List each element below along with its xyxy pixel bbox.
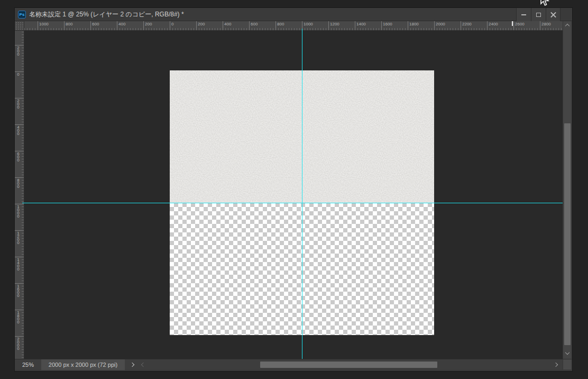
chevron-up-icon	[565, 24, 569, 28]
ruler-major-tick	[64, 21, 65, 30]
ruler-tick-label: 1400	[356, 22, 366, 26]
horizontal-ruler[interactable]: 1000800600400200020040060080010001200140…	[24, 21, 563, 31]
vertical-guide[interactable]	[302, 29, 302, 359]
ruler-major-tick	[90, 21, 91, 30]
window-title: 名称未設定 1 @ 25% (レイヤー 2 のコピー, RGB/8#) *	[29, 8, 184, 21]
maximize-icon	[536, 13, 541, 17]
ruler-tick-label: 800	[66, 22, 72, 26]
ruler-major-tick	[38, 21, 38, 30]
canvas-viewport[interactable]	[24, 31, 563, 359]
ruler-major-tick	[249, 21, 250, 30]
ruler-major-tick	[540, 21, 540, 30]
chevron-right-icon	[554, 363, 558, 367]
document-size-display: 2000 px x 2000 px (72 ppi)	[41, 359, 125, 370]
ruler-tick-label: 1000	[39, 22, 49, 26]
ruler-tick-label: 800	[277, 22, 284, 26]
ruler-origin-corner[interactable]	[15, 21, 24, 31]
ruler-tick-label: 0	[171, 22, 173, 26]
zoom-level-display[interactable]: 25%	[15, 359, 41, 370]
chevron-left-icon	[141, 363, 145, 367]
scroll-right-button[interactable]	[552, 359, 559, 370]
ruler-tick-label: 400	[118, 22, 125, 26]
horizontal-scrollbar-thumb[interactable]	[260, 362, 437, 368]
ruler-major-tick	[223, 21, 223, 30]
ruler-major-tick	[143, 21, 144, 30]
ruler-tick-label: 200	[145, 22, 152, 26]
ruler-tick-label: 6 0 0	[15, 152, 22, 162]
scroll-up-button[interactable]	[563, 23, 572, 29]
scrollbar-corner	[563, 359, 571, 369]
ruler-major-tick	[487, 21, 488, 30]
vertical-scrollbar-thumb[interactable]	[564, 123, 571, 345]
ruler-tick-label: 0	[15, 73, 22, 76]
ruler-tick-label: 2600	[515, 22, 525, 26]
ruler-tick-label: 2 0 0	[15, 47, 22, 56]
ruler-major-tick	[117, 21, 117, 30]
ruler-tick-label: 1 8 0 0	[15, 311, 22, 324]
ruler-tick-label: 8 0 0	[15, 179, 22, 188]
ruler-tick-label: 1200	[330, 22, 339, 26]
ruler-mouse-position-indicator	[512, 21, 513, 26]
window-controls	[516, 8, 561, 21]
vertical-scrollbar[interactable]	[563, 21, 571, 359]
ruler-major-tick	[513, 21, 514, 30]
vertical-ruler[interactable]: 2 0 002 0 04 0 06 0 08 0 01 0 0 01 2 0 0…	[15, 31, 24, 359]
ruler-major-tick	[196, 21, 197, 30]
ruler-tick-label: 2800	[541, 22, 551, 26]
ruler-tick-label: 1800	[409, 22, 419, 26]
close-button[interactable]	[546, 8, 561, 21]
close-icon	[550, 12, 556, 17]
ruler-tick-label: 1 0 0 0	[15, 205, 22, 218]
status-bar: 25% 2000 px x 2000 px (72 ppi)	[15, 359, 572, 369]
chevron-right-icon	[130, 363, 134, 367]
scroll-down-button[interactable]	[563, 349, 572, 356]
chevron-down-icon	[565, 350, 569, 355]
ruler-major-tick	[355, 21, 355, 30]
maximize-button[interactable]	[531, 8, 546, 21]
ruler-major-tick	[434, 21, 435, 30]
ruler-tick-label: 1000	[304, 22, 313, 26]
scroll-left-button[interactable]	[140, 359, 147, 370]
ruler-major-tick	[275, 21, 276, 30]
ruler-tick-label: 2400	[489, 22, 498, 26]
desktop-background: Ps 名称未設定 1 @ 25% (レイヤー 2 のコピー, RGB/8#) *…	[0, 0, 588, 379]
horizontal-guide[interactable]	[22, 203, 563, 203]
ruler-tick-label: 1 6 0 0	[15, 285, 22, 297]
ruler-major-tick	[328, 21, 329, 30]
ruler-tick-label: 1600	[383, 22, 392, 26]
ruler-tick-label: 400	[224, 22, 231, 26]
ruler-tick-label: 1 4 0 0	[15, 258, 22, 271]
mouse-cursor	[540, 0, 549, 7]
ruler-major-tick	[170, 21, 170, 30]
window-title-bar[interactable]: Ps 名称未設定 1 @ 25% (レイヤー 2 のコピー, RGB/8#) *	[15, 8, 572, 21]
ruler-major-tick	[408, 21, 408, 30]
ruler-tick-label: 2000	[436, 22, 445, 26]
document-window: Ps 名称未設定 1 @ 25% (レイヤー 2 のコピー, RGB/8#) *…	[15, 8, 572, 371]
ruler-tick-label: 1 2 0 0	[15, 232, 22, 245]
horizontal-ruler-minor-ticks	[24, 28, 563, 30]
status-expand-button[interactable]	[128, 359, 136, 370]
ruler-tick-label: 2 0 0 0	[15, 338, 22, 350]
ruler-tick-label: 600	[92, 22, 99, 26]
minimize-icon	[521, 14, 526, 15]
ruler-tick-label: 2200	[462, 22, 472, 26]
ruler-major-tick	[461, 21, 461, 30]
photoshop-app-icon: Ps	[18, 11, 26, 19]
ruler-tick-label: 200	[198, 22, 205, 26]
ruler-major-tick	[381, 21, 382, 30]
ruler-tick-label: 600	[251, 22, 258, 26]
ruler-tick-label: 2 0 0	[15, 100, 22, 109]
minimize-button[interactable]	[516, 8, 531, 21]
ruler-tick-label: 4 0 0	[15, 126, 22, 136]
